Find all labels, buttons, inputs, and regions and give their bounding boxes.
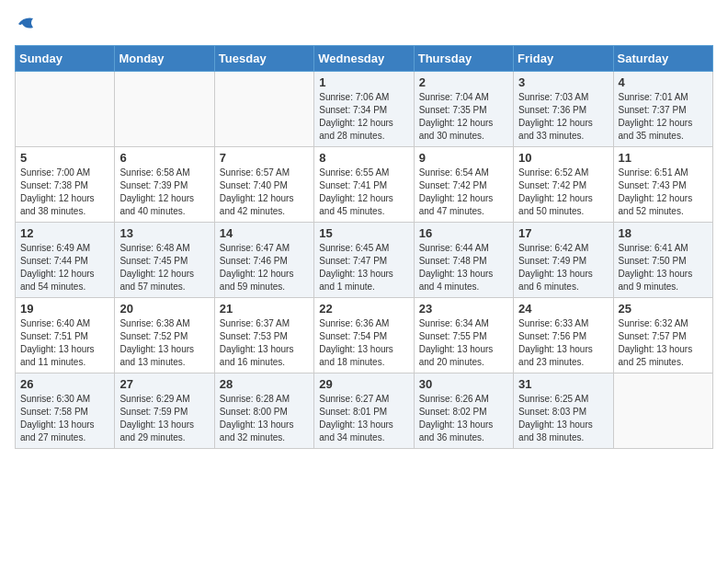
day-info: Sunrise: 6:25 AM Sunset: 8:03 PM Dayligh… — [518, 393, 608, 444]
calendar-cell: 29Sunrise: 6:27 AM Sunset: 8:01 PM Dayli… — [314, 373, 414, 449]
calendar-cell: 5Sunrise: 7:00 AM Sunset: 7:38 PM Daylig… — [16, 147, 115, 223]
day-number: 7 — [220, 151, 309, 165]
day-number: 18 — [619, 226, 708, 240]
day-info: Sunrise: 6:48 AM Sunset: 7:45 PM Dayligh… — [119, 242, 209, 293]
day-number: 5 — [20, 151, 109, 165]
calendar-week-row: 26Sunrise: 6:30 AM Sunset: 7:58 PM Dayli… — [16, 373, 713, 449]
calendar-cell: 30Sunrise: 6:26 AM Sunset: 8:02 PM Dayli… — [414, 373, 513, 449]
calendar-cell: 26Sunrise: 6:30 AM Sunset: 7:58 PM Dayli… — [16, 373, 115, 449]
calendar-cell: 21Sunrise: 6:37 AM Sunset: 7:53 PM Dayli… — [214, 298, 313, 373]
day-number: 15 — [319, 226, 408, 240]
calendar-cell: 6Sunrise: 6:58 AM Sunset: 7:39 PM Daylig… — [115, 147, 214, 223]
calendar-cell: 23Sunrise: 6:34 AM Sunset: 7:55 PM Dayli… — [414, 298, 513, 373]
calendar-cell: 4Sunrise: 7:01 AM Sunset: 7:37 PM Daylig… — [613, 72, 712, 147]
calendar-cell — [214, 72, 313, 147]
day-number: 13 — [119, 226, 209, 240]
day-number: 9 — [419, 151, 508, 165]
day-number: 1 — [319, 75, 408, 89]
day-info: Sunrise: 6:55 AM Sunset: 7:41 PM Dayligh… — [319, 167, 408, 218]
day-info: Sunrise: 6:41 AM Sunset: 7:50 PM Dayligh… — [619, 242, 708, 293]
day-info: Sunrise: 6:45 AM Sunset: 7:47 PM Dayligh… — [319, 242, 408, 293]
logo-bird-icon — [17, 15, 37, 33]
calendar-cell: 28Sunrise: 6:28 AM Sunset: 8:00 PM Dayli… — [214, 373, 313, 449]
calendar-cell: 19Sunrise: 6:40 AM Sunset: 7:51 PM Dayli… — [16, 298, 115, 373]
day-info: Sunrise: 6:28 AM Sunset: 8:00 PM Dayligh… — [220, 393, 309, 444]
page-header — [15, 15, 713, 38]
calendar-cell: 9Sunrise: 6:54 AM Sunset: 7:42 PM Daylig… — [414, 147, 513, 223]
calendar-cell: 2Sunrise: 7:04 AM Sunset: 7:35 PM Daylig… — [414, 72, 513, 147]
calendar-cell: 17Sunrise: 6:42 AM Sunset: 7:49 PM Dayli… — [514, 223, 613, 298]
day-info: Sunrise: 7:00 AM Sunset: 7:38 PM Dayligh… — [20, 167, 109, 218]
day-number: 22 — [319, 302, 408, 316]
day-info: Sunrise: 6:58 AM Sunset: 7:39 PM Dayligh… — [119, 167, 209, 218]
calendar-cell: 18Sunrise: 6:41 AM Sunset: 7:50 PM Dayli… — [613, 223, 712, 298]
day-info: Sunrise: 6:26 AM Sunset: 8:02 PM Dayligh… — [419, 393, 508, 444]
day-info: Sunrise: 7:01 AM Sunset: 7:37 PM Dayligh… — [619, 91, 708, 143]
weekday-header-row: SundayMondayTuesdayWednesdayThursdayFrid… — [16, 46, 713, 72]
day-info: Sunrise: 6:42 AM Sunset: 7:49 PM Dayligh… — [518, 242, 608, 293]
day-info: Sunrise: 6:34 AM Sunset: 7:55 PM Dayligh… — [419, 317, 508, 369]
day-info: Sunrise: 6:57 AM Sunset: 7:40 PM Dayligh… — [220, 167, 309, 218]
calendar-week-row: 12Sunrise: 6:49 AM Sunset: 7:44 PM Dayli… — [16, 223, 713, 298]
weekday-header-sunday: Sunday — [16, 46, 115, 72]
day-number: 8 — [319, 151, 408, 165]
calendar-cell: 22Sunrise: 6:36 AM Sunset: 7:54 PM Dayli… — [314, 298, 414, 373]
day-info: Sunrise: 6:49 AM Sunset: 7:44 PM Dayligh… — [20, 242, 109, 293]
day-number: 6 — [119, 151, 209, 165]
calendar-cell: 27Sunrise: 6:29 AM Sunset: 7:59 PM Dayli… — [115, 373, 214, 449]
day-number: 27 — [119, 377, 209, 391]
day-number: 26 — [20, 377, 109, 391]
day-info: Sunrise: 6:38 AM Sunset: 7:52 PM Dayligh… — [119, 317, 209, 369]
weekday-header-friday: Friday — [514, 46, 613, 72]
day-number: 10 — [518, 151, 608, 165]
weekday-header-wednesday: Wednesday — [314, 46, 414, 72]
weekday-header-saturday: Saturday — [613, 46, 712, 72]
calendar-cell: 8Sunrise: 6:55 AM Sunset: 7:41 PM Daylig… — [314, 147, 414, 223]
day-number: 3 — [518, 75, 608, 89]
day-info: Sunrise: 6:27 AM Sunset: 8:01 PM Dayligh… — [319, 393, 408, 444]
day-number: 16 — [419, 226, 508, 240]
calendar-cell: 13Sunrise: 6:48 AM Sunset: 7:45 PM Dayli… — [115, 223, 214, 298]
day-number: 30 — [419, 377, 508, 391]
day-info: Sunrise: 6:30 AM Sunset: 7:58 PM Dayligh… — [20, 393, 109, 444]
day-info: Sunrise: 7:06 AM Sunset: 7:34 PM Dayligh… — [319, 91, 408, 143]
day-number: 29 — [319, 377, 408, 391]
calendar-cell: 15Sunrise: 6:45 AM Sunset: 7:47 PM Dayli… — [314, 223, 414, 298]
day-info: Sunrise: 6:52 AM Sunset: 7:42 PM Dayligh… — [518, 167, 608, 218]
weekday-header-monday: Monday — [115, 46, 214, 72]
calendar-cell: 12Sunrise: 6:49 AM Sunset: 7:44 PM Dayli… — [16, 223, 115, 298]
day-number: 14 — [220, 226, 309, 240]
day-number: 17 — [518, 226, 608, 240]
day-number: 23 — [419, 302, 508, 316]
day-number: 12 — [20, 226, 109, 240]
calendar-cell: 31Sunrise: 6:25 AM Sunset: 8:03 PM Dayli… — [514, 373, 613, 449]
day-info: Sunrise: 6:51 AM Sunset: 7:43 PM Dayligh… — [619, 167, 708, 218]
calendar-cell: 16Sunrise: 6:44 AM Sunset: 7:48 PM Dayli… — [414, 223, 513, 298]
calendar-cell — [115, 72, 214, 147]
day-info: Sunrise: 6:40 AM Sunset: 7:51 PM Dayligh… — [20, 317, 109, 369]
day-info: Sunrise: 6:36 AM Sunset: 7:54 PM Dayligh… — [319, 317, 408, 369]
day-number: 4 — [619, 75, 708, 89]
day-number: 20 — [119, 302, 209, 316]
calendar-cell: 10Sunrise: 6:52 AM Sunset: 7:42 PM Dayli… — [514, 147, 613, 223]
calendar-week-row: 5Sunrise: 7:00 AM Sunset: 7:38 PM Daylig… — [16, 147, 713, 223]
calendar-cell: 3Sunrise: 7:03 AM Sunset: 7:36 PM Daylig… — [514, 72, 613, 147]
calendar-week-row: 1Sunrise: 7:06 AM Sunset: 7:34 PM Daylig… — [16, 72, 713, 147]
day-number: 21 — [220, 302, 309, 316]
day-info: Sunrise: 6:47 AM Sunset: 7:46 PM Dayligh… — [220, 242, 309, 293]
logo — [15, 15, 37, 38]
day-number: 11 — [619, 151, 708, 165]
calendar-table: SundayMondayTuesdayWednesdayThursdayFrid… — [15, 45, 713, 449]
weekday-header-thursday: Thursday — [414, 46, 513, 72]
weekday-header-tuesday: Tuesday — [214, 46, 313, 72]
day-info: Sunrise: 6:32 AM Sunset: 7:57 PM Dayligh… — [619, 317, 708, 369]
calendar-cell: 25Sunrise: 6:32 AM Sunset: 7:57 PM Dayli… — [613, 298, 712, 373]
calendar-cell — [613, 373, 712, 449]
calendar-cell: 24Sunrise: 6:33 AM Sunset: 7:56 PM Dayli… — [514, 298, 613, 373]
day-info: Sunrise: 7:04 AM Sunset: 7:35 PM Dayligh… — [419, 91, 508, 143]
day-info: Sunrise: 6:33 AM Sunset: 7:56 PM Dayligh… — [518, 317, 608, 369]
calendar-cell: 7Sunrise: 6:57 AM Sunset: 7:40 PM Daylig… — [214, 147, 313, 223]
day-info: Sunrise: 6:29 AM Sunset: 7:59 PM Dayligh… — [119, 393, 209, 444]
day-number: 19 — [20, 302, 109, 316]
day-info: Sunrise: 7:03 AM Sunset: 7:36 PM Dayligh… — [518, 91, 608, 143]
